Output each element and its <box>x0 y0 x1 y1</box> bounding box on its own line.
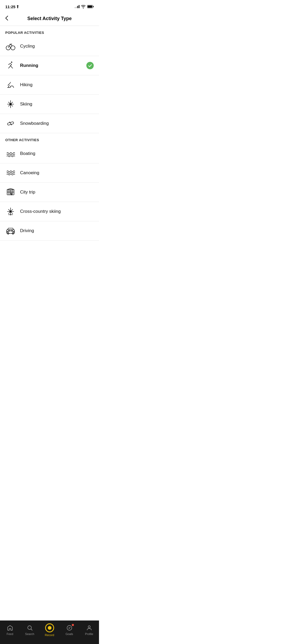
canoeing-icon <box>5 168 16 178</box>
activity-name-crosscountryskiing: Cross-country skiing <box>20 209 94 214</box>
svg-rect-31 <box>8 230 10 231</box>
content-area: POPULAR ACTIVITIES Cycling Running <box>0 26 99 262</box>
running-icon <box>5 60 16 71</box>
activity-item-cycling[interactable]: Cycling <box>0 37 99 56</box>
svg-rect-2 <box>88 6 92 8</box>
activity-name-cycling: Cycling <box>20 44 94 49</box>
activity-name-skiing: Skiing <box>20 102 94 107</box>
selected-check-running <box>86 62 94 69</box>
activity-name-snowboarding: Snowboarding <box>20 121 94 126</box>
svg-rect-1 <box>93 6 94 7</box>
activity-item-driving[interactable]: Driving <box>0 221 99 241</box>
signal-bars-icon <box>75 5 79 8</box>
driving-icon <box>5 226 16 236</box>
snowboarding-icon <box>5 118 16 129</box>
battery-icon <box>87 5 94 8</box>
other-activities-header: OTHER ACTIVITIES <box>0 133 99 144</box>
page-title: Select Activity Type <box>27 16 72 21</box>
back-button[interactable] <box>5 16 8 22</box>
status-time: 11:25 <box>5 4 19 9</box>
page-header: Select Activity Type <box>0 12 99 26</box>
svg-point-6 <box>11 62 12 63</box>
activity-item-boating[interactable]: Boating <box>0 144 99 163</box>
activity-name-running: Running <box>20 63 86 68</box>
crosscountryskiing-icon <box>5 206 16 217</box>
status-icons <box>75 5 94 8</box>
activity-item-skiing[interactable]: Skiing <box>0 95 99 114</box>
status-bar: 11:25 <box>0 0 99 12</box>
svg-point-4 <box>11 46 15 50</box>
svg-rect-29 <box>7 231 8 232</box>
activity-name-canoeing: Canoeing <box>20 170 94 176</box>
activity-name-boating: Boating <box>20 151 94 156</box>
activity-item-hiking[interactable]: Hiking <box>0 75 99 95</box>
activity-name-citytrip: City trip <box>20 190 94 195</box>
svg-rect-30 <box>13 231 14 232</box>
activity-name-driving: Driving <box>20 228 94 233</box>
svg-rect-32 <box>11 230 13 231</box>
activity-item-citytrip[interactable]: City trip <box>0 183 99 202</box>
activity-item-running[interactable]: Running <box>0 56 99 75</box>
activity-item-snowboarding[interactable]: Snowboarding <box>0 114 99 133</box>
boating-icon <box>5 148 16 159</box>
activity-item-crosscountryskiing[interactable]: Cross-country skiing <box>0 202 99 221</box>
activity-item-canoeing[interactable]: Canoeing <box>0 163 99 183</box>
wifi-icon <box>81 5 86 8</box>
location-icon <box>16 5 19 8</box>
citytrip-icon <box>5 187 16 197</box>
skiing-icon <box>5 99 16 109</box>
cycling-icon <box>5 41 16 52</box>
svg-point-5 <box>11 44 12 45</box>
popular-activities-header: POPULAR ACTIVITIES <box>0 26 99 37</box>
activity-name-hiking: Hiking <box>20 82 94 88</box>
hiking-icon <box>5 80 16 90</box>
